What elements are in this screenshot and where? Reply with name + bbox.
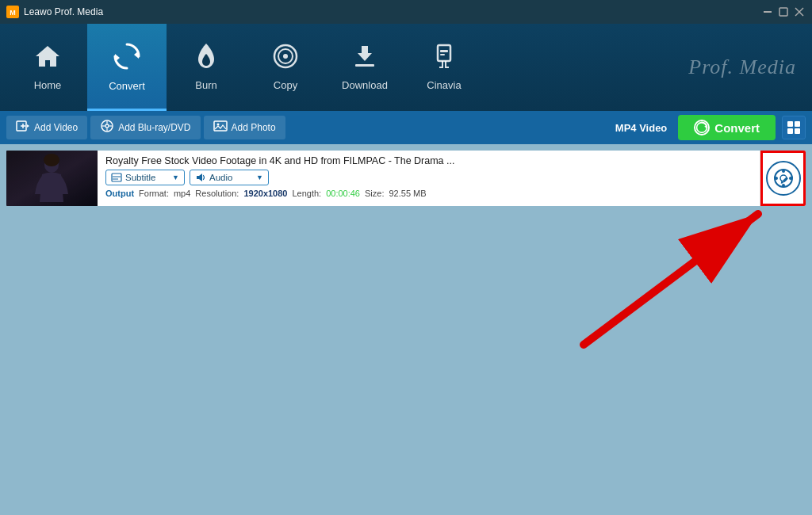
subtitle-dropdown[interactable]: Subtitle ▼ [105, 170, 185, 185]
app-logo: M [6, 6, 19, 18]
svg-rect-2 [764, 11, 772, 13]
svg-rect-32 [795, 121, 800, 127]
svg-rect-12 [355, 64, 374, 67]
titlebar-left: M Leawo Prof. Media [6, 6, 103, 18]
brand-text: Prof. Media [688, 55, 796, 79]
format-display: MP4 Video [615, 122, 668, 134]
app-title: Leawo Prof. Media [24, 6, 103, 17]
length-value: 00:00:46 [326, 189, 360, 198]
nav-convert[interactable]: Convert [87, 24, 167, 111]
convert-button[interactable]: Convert [678, 115, 776, 140]
svg-rect-3 [779, 8, 787, 16]
copy-icon [271, 42, 300, 74]
svg-point-46 [782, 184, 785, 187]
svg-rect-16 [440, 54, 445, 55]
home-icon [33, 42, 62, 74]
audio-dropdown[interactable]: Audio ▼ [190, 170, 269, 185]
titlebar: M Leawo Prof. Media [0, 0, 812, 24]
svg-marker-7 [134, 51, 139, 59]
nav-burn-label: Burn [195, 79, 216, 91]
download-icon [350, 42, 379, 74]
add-photo-button[interactable]: Add Photo [204, 116, 285, 139]
svg-rect-15 [440, 50, 448, 52]
add-video-button[interactable]: Add Video [6, 116, 87, 139]
audio-label: Audio [209, 173, 232, 182]
nav-items: Home Convert Burn [8, 24, 484, 111]
convert-icon [112, 41, 142, 75]
svg-point-47 [775, 177, 778, 180]
format-label: Format: [139, 189, 169, 198]
length-label: Length: [292, 189, 321, 198]
nav-cinavia[interactable]: Cinavia [404, 24, 484, 111]
svg-rect-31 [787, 121, 793, 127]
output-label: Output [105, 189, 134, 198]
svg-rect-27 [214, 121, 227, 131]
nav-burn[interactable]: Burn [167, 24, 246, 111]
nav-copy-label: Copy [274, 79, 297, 91]
subtitle-chevron-icon: ▼ [172, 174, 179, 181]
close-icon[interactable] [793, 6, 806, 18]
svg-marker-18 [27, 124, 29, 128]
convert-spin-icon [694, 120, 710, 135]
svg-rect-33 [787, 128, 793, 134]
svg-point-11 [283, 54, 288, 59]
audio-chevron-icon: ▼ [256, 174, 263, 181]
cinavia-icon [430, 42, 458, 74]
nav-copy[interactable]: Copy [246, 24, 325, 111]
nav-home[interactable]: Home [8, 24, 87, 111]
edit-icon-circle [766, 161, 801, 196]
add-video-label: Add Video [34, 122, 78, 133]
add-photo-label: Add Photo [232, 122, 276, 133]
nav-download[interactable]: Download [325, 24, 404, 111]
svg-marker-6 [36, 46, 59, 67]
audio-icon [195, 172, 206, 183]
add-bluray-icon [100, 119, 114, 136]
svg-rect-14 [438, 45, 450, 61]
svg-marker-8 [115, 54, 120, 62]
arrow-container [6, 198, 806, 357]
window-controls[interactable] [761, 6, 806, 18]
subtitle-icon [111, 172, 122, 183]
resolution-value: 1920x1080 [243, 189, 287, 198]
nav-home-label: Home [34, 79, 62, 91]
red-arrow [488, 198, 806, 357]
nav-toolbar: Home Convert Burn [0, 24, 812, 111]
resolution-label: Resolution: [195, 189, 239, 198]
svg-line-52 [584, 214, 758, 345]
svg-point-48 [789, 177, 792, 180]
add-video-icon [16, 119, 30, 136]
restore-icon[interactable] [777, 6, 790, 18]
video-output: Output Format: mp4 Resolution: 1920x1080… [105, 189, 752, 198]
svg-point-45 [782, 170, 785, 173]
nav-cinavia-label: Cinavia [427, 79, 461, 91]
svg-point-22 [105, 124, 109, 128]
video-title: Royalty Free Stock Video Footage in 4K a… [105, 155, 752, 166]
format-value: mp4 [174, 189, 190, 198]
actionbar: Add Video Add Blu-ray/DVD Add Photo MP4 … [0, 111, 812, 144]
convert-button-label: Convert [714, 121, 760, 135]
add-photo-icon [213, 119, 228, 136]
add-bluray-button[interactable]: Add Blu-ray/DVD [90, 116, 200, 139]
minimize-icon[interactable] [761, 6, 774, 18]
burn-icon [192, 42, 220, 74]
nav-download-label: Download [342, 79, 388, 91]
svg-marker-13 [358, 46, 372, 61]
content-area: Royalty Free Stock Video Footage in 4K a… [0, 144, 812, 515]
nav-convert-label: Convert [109, 80, 145, 92]
svg-point-28 [216, 124, 219, 126]
svg-rect-34 [795, 128, 800, 134]
size-value: 92.55 MB [389, 189, 426, 198]
svg-text:M: M [10, 9, 16, 17]
add-bluray-label: Add Blu-ray/DVD [118, 122, 190, 133]
size-label: Size: [365, 189, 384, 198]
layout-toggle-button[interactable] [782, 116, 806, 139]
subtitle-label: Subtitle [125, 173, 155, 182]
svg-rect-40 [112, 174, 121, 181]
video-controls-row: Subtitle ▼ Audio ▼ [105, 170, 752, 185]
